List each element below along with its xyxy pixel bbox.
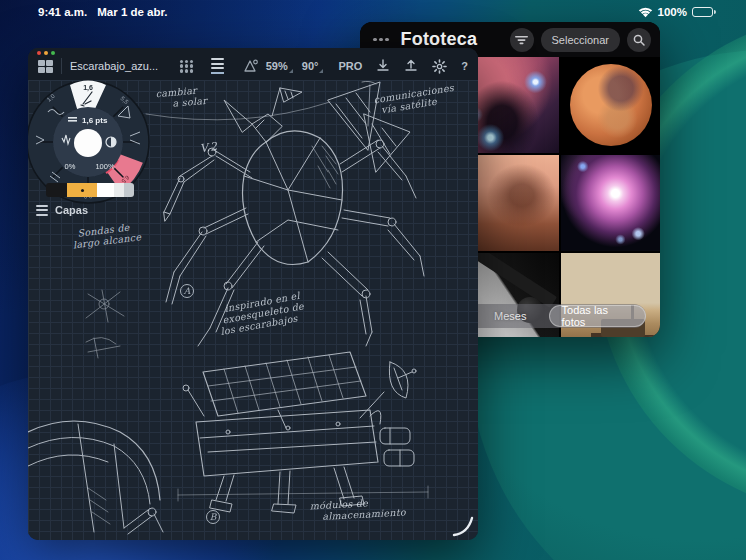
swatch-orange-selected[interactable] xyxy=(67,183,97,197)
annotation-marker-b: B xyxy=(206,510,220,524)
search-button[interactable] xyxy=(627,28,651,52)
annotation-marker-a: A xyxy=(180,284,194,298)
help-button[interactable]: ? xyxy=(461,60,468,72)
clock: 9:41 a.m. xyxy=(38,6,87,18)
brush-grid-icon[interactable] xyxy=(180,60,193,73)
filter-button[interactable] xyxy=(510,28,534,52)
precision-panel-icon[interactable] xyxy=(211,58,224,74)
minimize-icon[interactable] xyxy=(44,51,48,55)
battery-icon xyxy=(692,7,716,17)
timeline-segmented-control: Meses Todas las fotos xyxy=(456,304,646,328)
stroke-size-value: 1,6 pts xyxy=(82,116,108,125)
photo-mars-planet[interactable] xyxy=(561,57,660,153)
swatch-black[interactable] xyxy=(46,183,67,197)
gallery-icon[interactable] xyxy=(38,60,53,73)
date: Mar 1 de abr. xyxy=(97,6,167,18)
drawing-canvas[interactable]: cambiar a solar comunicaciones vía satél… xyxy=(28,80,478,540)
export-icon[interactable] xyxy=(404,59,418,73)
swatch-white[interactable] xyxy=(97,183,114,197)
document-title[interactable]: Escarabajo_azu... xyxy=(70,60,158,72)
pro-badge[interactable]: PRO xyxy=(338,60,362,72)
status-bar: 9:41 a.m. Mar 1 de abr. 100% xyxy=(0,0,746,24)
swatch-gray[interactable] xyxy=(124,183,134,197)
battery-percent: 100% xyxy=(658,6,687,18)
opacity-min: 0% xyxy=(65,162,76,171)
drawing-app-window: Escarabajo_azu... 59% 90° PRO xyxy=(28,48,478,540)
search-icon xyxy=(633,34,645,46)
page-curl-handle[interactable] xyxy=(451,514,475,538)
brush-preview-dot xyxy=(74,129,102,157)
mars-sphere xyxy=(570,64,652,146)
zoom-level[interactable]: 59% xyxy=(266,60,288,72)
segment-all-photos[interactable]: Todas las fotos xyxy=(549,305,646,327)
opacity-max: 100% xyxy=(95,162,115,171)
drawing-toolbar: Escarabajo_azu... 59% 90° PRO xyxy=(28,48,478,80)
close-icon[interactable] xyxy=(37,51,41,55)
photos-app-title: Fototeca xyxy=(401,29,478,50)
annotation-version: V.2 xyxy=(199,141,218,154)
wifi-icon xyxy=(638,7,653,18)
maximize-icon[interactable] xyxy=(51,51,55,55)
filter-lines-icon xyxy=(515,35,528,45)
segment-months[interactable]: Meses xyxy=(482,310,539,322)
rotation-value[interactable]: 90° xyxy=(302,60,319,72)
select-button[interactable]: Seleccionar xyxy=(541,28,620,52)
import-icon[interactable] xyxy=(376,59,390,73)
window-menu-ellipsis-icon[interactable] xyxy=(373,38,389,42)
active-tool-size-label: 1,6 xyxy=(83,84,93,92)
color-palette[interactable] xyxy=(46,183,134,197)
settings-gear-icon[interactable] xyxy=(432,59,447,74)
annotation-cambiar: cambiar a solar xyxy=(155,84,207,110)
layers-button[interactable]: Capas xyxy=(36,204,88,216)
layers-label: Capas xyxy=(55,204,88,216)
swatch-light-gray[interactable] xyxy=(114,183,124,197)
layers-icon xyxy=(36,205,48,216)
vector-pen-icon[interactable] xyxy=(242,59,258,74)
spacecraft-arm xyxy=(473,253,557,308)
photo-orion-nebula[interactable] xyxy=(561,155,660,251)
window-controls[interactable] xyxy=(37,51,55,55)
divider xyxy=(61,58,62,74)
